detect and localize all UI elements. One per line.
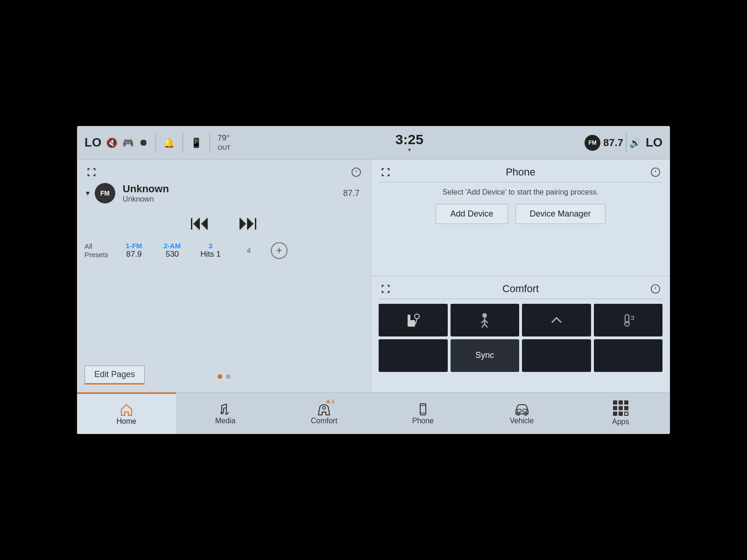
preset-4-number: 4 <box>247 246 251 254</box>
presets-section: All Presets 1-FM 87.9 2-AM 530 <box>85 242 363 259</box>
comfort-tile-empty-3 <box>594 339 663 372</box>
track-info: Unknown Unknown <box>123 183 343 203</box>
add-device-button[interactable]: Add Device <box>436 204 507 224</box>
preset-3-number: 3 <box>209 242 212 250</box>
apps-dot <box>624 406 628 410</box>
comfort-tile-empty-2 <box>522 339 591 372</box>
comfort-tile-seat[interactable] <box>379 304 448 336</box>
nav-home-label: Home <box>116 417 136 426</box>
time-dropdown-arrow[interactable]: ▾ <box>408 147 411 153</box>
preset-1-number: 1-FM <box>126 242 142 250</box>
bell-icon: 🔔 <box>163 137 175 148</box>
svg-line-18 <box>482 324 485 328</box>
preset-2-value: 530 <box>166 250 179 259</box>
lo-right-label: LO <box>646 135 662 150</box>
preset-4[interactable]: 4 <box>233 246 265 254</box>
apps-grid-icon <box>613 400 628 416</box>
comfort-badge: ★4 <box>325 398 334 405</box>
apps-dot <box>619 400 623 405</box>
comfort-tile-empty-1 <box>379 339 448 372</box>
steering-icon: 🎮 <box>122 137 134 148</box>
nav-vehicle-label: Vehicle <box>510 417 534 425</box>
preset-3[interactable]: 3 Hits 1 <box>194 242 227 259</box>
page-dot-2 <box>226 374 231 379</box>
nav-vehicle[interactable]: Vehicle <box>472 392 571 434</box>
clock-time: 3:25 <box>395 133 423 147</box>
comfort-section-title: Comfort <box>393 283 648 295</box>
svg-point-22 <box>323 406 325 409</box>
preset-list: 1-FM 87.9 2-AM 530 3 Hits 1 4 <box>118 242 363 259</box>
device-manager-button[interactable]: Device Manager <box>515 204 606 224</box>
apps-dot <box>613 406 617 410</box>
svg-rect-26 <box>517 409 521 412</box>
svg-rect-27 <box>523 409 527 412</box>
nav-media-label: Media <box>215 417 236 425</box>
divider-1 <box>155 133 156 152</box>
media-edit-icon[interactable] <box>349 165 363 179</box>
comfort-section: Comfort <box>371 276 670 392</box>
lo-left-label: LO <box>85 135 101 150</box>
comfort-tile-temp-right[interactable] <box>594 304 663 336</box>
nav-apps[interactable]: Apps <box>571 392 670 434</box>
nav-comfort-label: Comfort <box>311 417 338 425</box>
media-panel: ▼ FM Unknown Unknown 87.7 ⏮ ⏭ All Preset… <box>77 160 371 392</box>
apps-dot <box>613 400 617 405</box>
apps-dot <box>624 400 628 405</box>
main-content: ▼ FM Unknown Unknown 87.7 ⏮ ⏭ All Preset… <box>77 160 670 392</box>
page-dot-1 <box>218 374 222 379</box>
apps-dot <box>619 406 623 410</box>
media-expand-icon[interactable] <box>85 165 99 179</box>
media-info: ▼ FM Unknown Unknown 87.7 <box>85 183 363 203</box>
svg-point-14 <box>482 313 487 318</box>
edit-pages-button[interactable]: Edit Pages <box>85 365 145 385</box>
panel-top-bar <box>85 165 363 179</box>
phone-edit-icon[interactable] <box>648 165 662 179</box>
nav-comfort[interactable]: ★4 Comfort <box>275 392 374 434</box>
svg-rect-10 <box>408 315 410 321</box>
phone-section: Phone Select 'Add Device' to start the p… <box>371 160 670 276</box>
nav-phone-label: Phone <box>412 417 434 425</box>
divider-4 <box>626 133 627 152</box>
preset-3-value: Hits 1 <box>200 250 220 259</box>
comfort-tile-person[interactable] <box>451 304 520 336</box>
preset-2[interactable]: 2-AM 530 <box>156 242 189 259</box>
previous-track-button[interactable]: ⏮ <box>190 211 210 234</box>
nav-home[interactable]: Home <box>77 392 176 434</box>
nav-apps-label: Apps <box>612 418 629 426</box>
presets-header: All Presets 1-FM 87.9 2-AM 530 <box>85 242 363 259</box>
mute-icon: 🔇 <box>106 137 118 148</box>
apps-dot <box>619 412 623 416</box>
sync-label: Sync <box>475 350 494 360</box>
preset-2-number: 2-AM <box>164 242 181 250</box>
comfort-section-header: Comfort <box>379 282 662 299</box>
phone-expand-icon[interactable] <box>379 165 393 179</box>
media-control-icon: ⏺ <box>139 137 148 148</box>
status-bar: LO 🔇 🎮 ⏺ 🔔 📱 79° OUT 3:25 ▾ FM 87.7 🔊 LO <box>77 126 670 160</box>
svg-line-19 <box>485 324 487 328</box>
temperature-label: 79° OUT <box>218 133 230 152</box>
nav-media[interactable]: Media <box>176 392 275 434</box>
apps-dot <box>613 412 617 416</box>
svg-line-12 <box>416 319 417 324</box>
nav-phone[interactable]: Phone <box>374 392 472 434</box>
radio-frequency: 87.7 <box>603 137 623 149</box>
preset-1[interactable]: 1-FM 87.9 <box>118 242 150 259</box>
media-controls: ⏮ ⏭ <box>85 211 363 234</box>
media-source-selector[interactable]: ▼ FM <box>85 183 115 203</box>
all-presets-label[interactable]: All Presets <box>85 242 108 259</box>
radio-status: FM 87.7 <box>585 135 623 151</box>
page-indicator <box>218 374 231 379</box>
add-preset-button[interactable]: + <box>271 242 288 259</box>
phone-action-buttons: Add Device Device Manager <box>379 204 662 224</box>
apps-dot-outline <box>624 412 628 416</box>
comfort-edit-icon[interactable] <box>648 282 662 296</box>
phone-section-header: Phone <box>379 165 662 182</box>
divider-2 <box>183 133 183 152</box>
source-dropdown-arrow: ▼ <box>85 189 91 197</box>
next-track-button[interactable]: ⏭ <box>238 211 259 234</box>
comfort-expand-icon[interactable] <box>379 282 393 296</box>
comfort-tile-sync[interactable]: Sync <box>451 339 520 372</box>
track-name: Unknown <box>123 183 343 195</box>
bottom-navigation: Home Media ★4 Comfort Phone <box>77 392 670 434</box>
comfort-tile-chevron[interactable] <box>522 304 591 336</box>
